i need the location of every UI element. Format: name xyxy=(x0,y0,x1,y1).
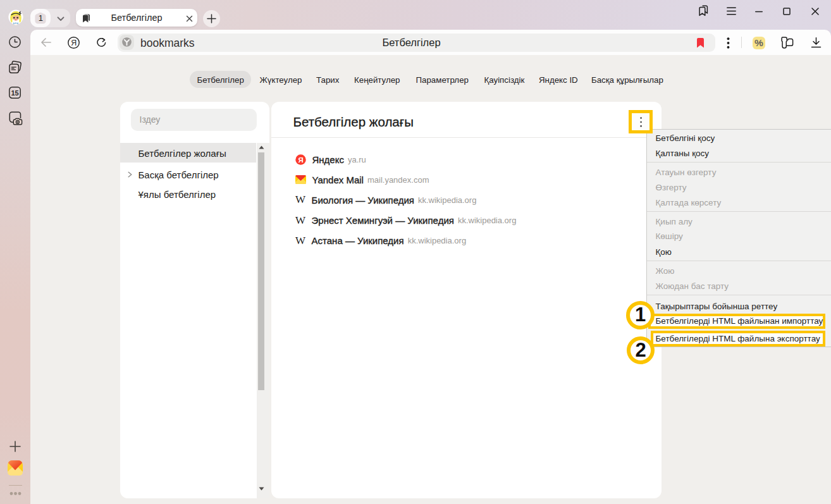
svg-text:Я: Я xyxy=(299,156,304,163)
svg-text:1: 1 xyxy=(39,13,43,23)
svg-text:Я: Я xyxy=(71,39,77,47)
svg-text:15: 15 xyxy=(11,89,18,97)
